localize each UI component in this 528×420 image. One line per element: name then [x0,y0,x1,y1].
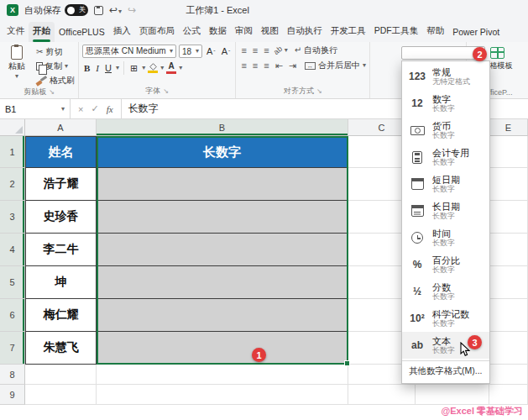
cell-b6[interactable] [97,299,348,332]
align-center-button[interactable]: ≡ [251,61,259,71]
undo-button[interactable]: ↩▾ [109,5,122,15]
chevron-down-icon[interactable]: ▾ [285,47,288,54]
cell[interactable] [489,136,528,168]
font-color-button[interactable]: A [166,62,176,74]
italic-button[interactable]: I [94,63,101,73]
confirm-entry-icon[interactable]: ✓ [91,103,98,114]
cut-button[interactable]: ✂ 剪切 [36,46,75,58]
cell-a2[interactable]: 浩子耀 [25,168,97,201]
format-painter-button[interactable]: 格式刷 [36,75,75,87]
redo-button[interactable]: ↪ [128,5,136,15]
dialog-launcher-icon[interactable]: ↘ [49,88,55,96]
cell-a1[interactable]: 姓名 [25,136,97,168]
decrease-indent-button[interactable]: ⇤ [274,61,285,71]
tab-pdf-tools[interactable]: PDF工具集 [370,22,423,42]
align-top-button[interactable]: ≡ [239,46,248,55]
tab-formulas[interactable]: 公式 [179,22,205,42]
row-header-6[interactable]: 6 [0,299,25,332]
autosave-toggle[interactable]: 自动保存 关 [24,4,88,17]
decrease-font-button[interactable]: Aˇ [220,46,233,56]
row-header-3[interactable]: 3 [0,201,25,234]
fill-handle[interactable] [344,360,350,366]
cell[interactable] [489,234,528,266]
column-header-e[interactable]: E [489,119,528,136]
save-icon[interactable] [94,6,103,15]
cell-b3[interactable] [97,201,348,234]
cell-a4[interactable]: 李二牛 [25,234,97,266]
cell-b5[interactable] [97,266,348,299]
tab-file[interactable]: 文件 [3,22,29,42]
insert-function-icon[interactable]: fx [107,104,113,114]
merge-center-button[interactable]: ↔ 合并后居中 ▾ [305,60,366,71]
chevron-down-icon[interactable]: ▾ [179,65,182,71]
name-box[interactable]: B1 ▾ [0,99,71,118]
tab-home[interactable]: 开始 [29,22,55,42]
text-orientation-button[interactable]: ab [272,45,284,56]
fill-color-button[interactable] [148,64,158,73]
tab-help[interactable]: 帮助 [422,22,448,42]
format-option-time[interactable]: 时间 长数字 [402,224,489,251]
paste-button[interactable]: 粘贴 ▾ [3,45,30,87]
row-header-2[interactable]: 2 [0,168,25,201]
font-name-combobox[interactable]: 思源黑体 CN Medium ▾ [82,45,176,58]
tab-developer[interactable]: 开发工具 [327,22,370,42]
tab-automate[interactable]: 自动执行 [283,22,327,42]
format-option-scientific[interactable]: 10² 科学记数 长数字 [402,305,489,332]
format-option-short-date[interactable]: 短日期 长数字 [402,171,489,197]
chevron-down-icon[interactable]: ▾ [116,65,119,71]
cell[interactable] [25,365,97,385]
column-header-a[interactable]: A [25,119,97,136]
cell[interactable] [348,385,416,405]
row-header-1[interactable]: 1 [0,136,25,168]
cell-a6[interactable]: 梅仁耀 [25,299,97,332]
increase-indent-button[interactable]: ⇥ [287,61,298,71]
cell[interactable] [489,365,528,385]
select-all-corner[interactable] [0,119,25,136]
bold-button[interactable]: B [82,63,91,73]
align-left-button[interactable]: ≡ [239,61,248,71]
copy-button[interactable]: 复制 ▾ [36,60,75,72]
format-option-currency[interactable]: 货币 长数字 [402,117,489,144]
increase-font-button[interactable]: Aˆ [205,46,217,56]
cell-b7[interactable] [97,332,348,365]
tab-officeplus[interactable]: OfficePLUS [55,24,109,42]
dialog-launcher-icon[interactable]: ↘ [316,87,322,95]
cell[interactable] [489,385,528,405]
tab-view[interactable]: 视图 [257,22,283,42]
cell[interactable] [416,385,489,405]
tab-data[interactable]: 数据 [205,22,231,42]
tab-insert[interactable]: 插入 [109,22,135,42]
row-header-5[interactable]: 5 [0,266,25,299]
row-header-7[interactable]: 7 [0,332,25,365]
row-header-8[interactable]: 8 [0,365,25,385]
cell-b1-active[interactable]: 长数字 [97,136,348,168]
cell[interactable] [97,385,348,405]
cell-b2[interactable] [97,168,348,201]
cancel-entry-icon[interactable]: × [78,104,83,114]
cell-a7[interactable]: 朱慧飞 [25,332,97,365]
borders-button[interactable]: ⊞ [128,63,139,73]
font-size-combobox[interactable]: 18 ▾ [179,45,202,58]
row-header-4[interactable]: 4 [0,234,25,266]
format-option-long-date[interactable]: 长日期 长数字 [402,197,489,224]
format-option-fraction[interactable]: ½ 分数 长数字 [402,278,489,305]
cell[interactable] [489,201,528,234]
align-bottom-button[interactable]: ≡ [262,46,270,55]
cell[interactable] [25,385,97,405]
cell[interactable] [97,365,348,385]
cell-a5[interactable]: 坤 [25,266,97,299]
format-option-general[interactable]: 123 常规 无特定格式 [402,63,489,90]
format-option-accounting[interactable]: 会计专用 长数字 [402,144,489,171]
cell[interactable] [489,299,528,332]
cell-a3[interactable]: 史珍香 [25,201,97,234]
align-middle-button[interactable]: ≡ [251,46,259,55]
cell-b4[interactable] [97,234,348,266]
format-option-percentage[interactable]: % 百分比 长数字 [402,251,489,278]
dialog-launcher-icon[interactable]: ↘ [163,87,169,95]
chevron-down-icon[interactable]: ▾ [142,65,145,71]
cell[interactable] [489,168,528,201]
underline-button[interactable]: U [103,63,113,73]
tab-page-layout[interactable]: 页面布局 [135,22,179,42]
chevron-down-icon[interactable]: ▾ [160,65,164,71]
cell[interactable] [489,266,528,299]
